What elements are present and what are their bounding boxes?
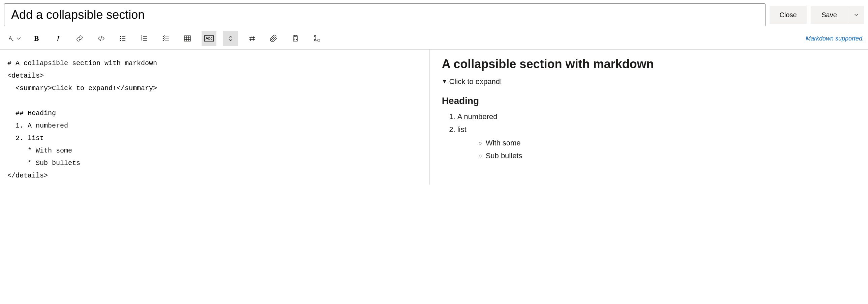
- hash-heading-button[interactable]: [245, 31, 260, 46]
- code-icon: [97, 34, 105, 43]
- svg-text:3: 3: [141, 39, 142, 42]
- italic-button[interactable]: I: [51, 31, 65, 46]
- table-icon: [183, 34, 191, 43]
- mention-button[interactable]: Abc: [202, 31, 216, 46]
- markdown-editor[interactable]: [0, 50, 430, 185]
- list-item: Sub bullets: [486, 149, 858, 162]
- checklist-button[interactable]: [158, 31, 173, 46]
- paperclip-icon: [270, 34, 278, 43]
- svg-point-2: [120, 40, 121, 41]
- bullet-list-icon: [119, 34, 127, 43]
- save-dropdown-toggle[interactable]: [848, 6, 864, 24]
- text-style-icon: [7, 34, 14, 43]
- code-button[interactable]: [94, 31, 109, 46]
- list-item: list With some Sub bullets: [457, 123, 858, 164]
- collapse-expand-icon: [227, 34, 235, 43]
- link-button[interactable]: [72, 31, 87, 46]
- list-item: With some: [486, 137, 858, 149]
- disclosure-triangle-icon: ▼: [442, 79, 447, 85]
- bold-icon: B: [34, 34, 39, 43]
- preview-sub-list: With some Sub bullets: [486, 137, 858, 162]
- bullet-list-button[interactable]: [115, 31, 130, 46]
- svg-point-10: [315, 39, 316, 41]
- details-summary[interactable]: ▼ Click to expand!: [442, 77, 858, 86]
- markdown-supported-link[interactable]: Markdown supported.: [806, 35, 864, 42]
- markdown-preview: A collapsible section with markdown ▼ Cl…: [430, 50, 868, 185]
- numbered-list-button[interactable]: 1 2 3: [137, 31, 152, 46]
- collapsible-section-button[interactable]: [223, 31, 238, 46]
- summary-text: Click to expand!: [449, 77, 502, 86]
- table-button[interactable]: [180, 31, 195, 46]
- numbered-list-icon: 1 2 3: [140, 34, 148, 43]
- svg-point-0: [120, 36, 121, 37]
- paste-code-button[interactable]: [288, 31, 303, 46]
- clipboard-code-icon: [291, 34, 299, 43]
- svg-rect-6: [184, 36, 190, 41]
- chevron-down-icon: [15, 34, 22, 43]
- chevron-down-icon: [853, 12, 859, 18]
- svg-point-1: [120, 38, 121, 39]
- editor-toolbar: B I: [7, 31, 324, 46]
- italic-icon: I: [57, 34, 59, 43]
- text-style-button[interactable]: [7, 31, 22, 46]
- preview-ordered-list: A numbered list With some Sub bullets: [457, 110, 858, 164]
- list-item: A numbered: [457, 110, 858, 123]
- preview-heading-1: A collapsible section with markdown: [442, 57, 858, 71]
- svg-rect-11: [318, 39, 320, 41]
- preview-heading-2: Heading: [442, 95, 858, 106]
- svg-point-9: [315, 35, 316, 37]
- save-button[interactable]: Save: [811, 6, 848, 24]
- save-split-button: Save: [811, 6, 864, 24]
- title-input[interactable]: [4, 3, 766, 26]
- attachment-button[interactable]: [266, 31, 281, 46]
- checklist-icon: [162, 34, 170, 43]
- bold-button[interactable]: B: [29, 31, 44, 46]
- hash-icon: [248, 34, 256, 43]
- workitem-link-button[interactable]: [309, 31, 324, 46]
- link-icon: [76, 34, 84, 43]
- abc-icon: Abc: [204, 35, 214, 42]
- hierarchy-icon: [313, 34, 321, 43]
- close-button[interactable]: Close: [770, 6, 807, 24]
